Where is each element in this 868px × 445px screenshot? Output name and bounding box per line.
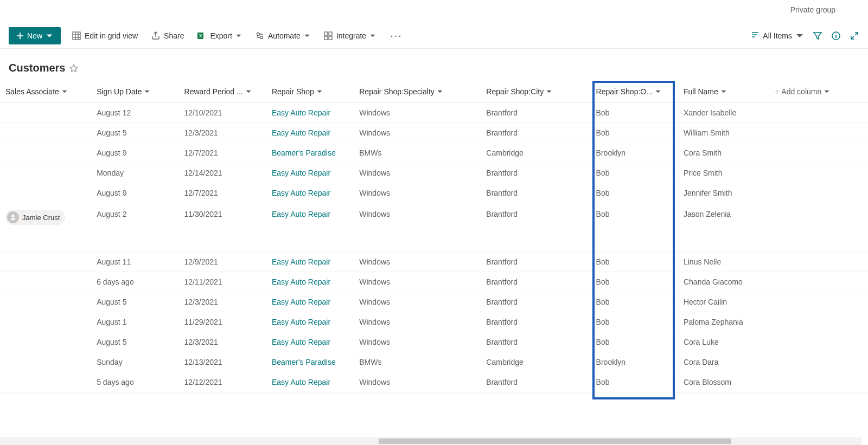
cell-specialty[interactable]: Windows xyxy=(354,103,481,123)
column-header-rewardPeriod[interactable]: Reward Period ... xyxy=(179,81,266,103)
cell-signUpDate[interactable]: August 12 xyxy=(91,103,178,123)
cell-city[interactable]: Brantford xyxy=(481,372,590,392)
cell-city[interactable]: Brantford xyxy=(481,123,590,143)
cell-rewardPeriod[interactable]: 12/9/2021 xyxy=(179,252,266,272)
cell-fullName[interactable]: Price Smith xyxy=(678,163,769,183)
cell-specialty[interactable]: Windows xyxy=(354,372,481,392)
cell-repairShop[interactable]: Easy Auto Repair xyxy=(266,292,354,312)
cell-specialty[interactable]: Windows xyxy=(354,272,481,292)
table-row[interactable]: August 512/3/2021Easy Auto RepairWindows… xyxy=(0,123,868,143)
cell-repairShop[interactable]: Easy Auto Repair xyxy=(266,372,354,392)
cell-fullName[interactable]: Cora Blossom xyxy=(678,372,769,392)
repair-shop-link[interactable]: Beamer's Paradise xyxy=(272,149,336,157)
cell-specialty[interactable]: Windows xyxy=(354,123,481,143)
edit-grid-button[interactable]: Edit in grid view xyxy=(69,29,140,43)
cell-owner[interactable]: Bob xyxy=(591,332,678,352)
table-row[interactable]: Sunday12/13/2021Beamer's ParadiseBMWsCam… xyxy=(0,352,868,372)
horizontal-scrollbar-thumb[interactable] xyxy=(379,438,731,444)
cell-signUpDate[interactable]: 6 days ago xyxy=(91,272,178,292)
repair-shop-link[interactable]: Easy Auto Repair xyxy=(272,318,330,326)
table-row[interactable]: August 512/3/2021Easy Auto RepairWindows… xyxy=(0,292,868,312)
cell-salesAssociate[interactable] xyxy=(0,103,91,123)
cell-salesAssociate[interactable] xyxy=(0,312,91,332)
cell-rewardPeriod[interactable]: 11/29/2021 xyxy=(179,312,266,332)
cell-salesAssociate[interactable] xyxy=(0,143,91,163)
cell-owner[interactable]: Bob xyxy=(591,312,678,332)
column-header-salesAssociate[interactable]: Sales Associate xyxy=(0,81,91,103)
cell-rewardPeriod[interactable]: 12/12/2021 xyxy=(179,372,266,392)
cell-rewardPeriod[interactable]: 12/7/2021 xyxy=(179,183,266,203)
cell-fullName[interactable]: Paloma Zephania xyxy=(678,312,769,332)
cell-salesAssociate[interactable] xyxy=(0,352,91,372)
repair-shop-link[interactable]: Easy Auto Repair xyxy=(272,298,330,306)
column-header-city[interactable]: Repair Shop:City xyxy=(481,81,590,103)
cell-repairShop[interactable]: Beamer's Paradise xyxy=(266,143,354,163)
table-row[interactable]: August 912/7/2021Easy Auto RepairWindows… xyxy=(0,183,868,203)
cell-salesAssociate[interactable] xyxy=(0,252,91,272)
cell-repairShop[interactable]: Easy Auto Repair xyxy=(266,123,354,143)
cell-rewardPeriod[interactable]: 12/14/2021 xyxy=(179,163,266,183)
repair-shop-link[interactable]: Beamer's Paradise xyxy=(272,358,336,366)
cell-rewardPeriod[interactable]: 12/3/2021 xyxy=(179,123,266,143)
cell-fullName[interactable]: Cora Dara xyxy=(678,352,769,372)
cell-owner[interactable]: Bob xyxy=(591,252,678,272)
repair-shop-link[interactable]: Easy Auto Repair xyxy=(272,378,330,386)
table-row[interactable]: August 512/3/2021Easy Auto RepairWindows… xyxy=(0,332,868,352)
cell-signUpDate[interactable]: August 5 xyxy=(91,332,178,352)
cell-signUpDate[interactable]: 5 days ago xyxy=(91,372,178,392)
cell-fullName[interactable]: Xander Isabelle xyxy=(678,103,769,123)
cell-city[interactable]: Cambridge xyxy=(481,143,590,163)
table-row[interactable]: Monday12/14/2021Easy Auto RepairWindowsB… xyxy=(0,163,868,183)
cell-signUpDate[interactable]: August 2 xyxy=(91,203,178,252)
cell-city[interactable]: Brantford xyxy=(481,203,590,252)
cell-salesAssociate[interactable] xyxy=(0,123,91,143)
export-button[interactable]: Export xyxy=(195,29,244,43)
cell-repairShop[interactable]: Easy Auto Repair xyxy=(266,163,354,183)
cell-specialty[interactable]: Windows xyxy=(354,312,481,332)
cell-owner[interactable]: Brooklyn xyxy=(591,143,678,163)
cell-specialty[interactable]: Windows xyxy=(354,292,481,312)
cell-signUpDate[interactable]: August 5 xyxy=(91,292,178,312)
repair-shop-link[interactable]: Easy Auto Repair xyxy=(272,278,330,286)
cell-specialty[interactable]: Windows xyxy=(354,252,481,272)
table-row[interactable]: 6 days ago12/11/2021Easy Auto RepairWind… xyxy=(0,272,868,292)
cell-signUpDate[interactable]: Sunday xyxy=(91,352,178,372)
cell-salesAssociate[interactable] xyxy=(0,372,91,392)
repair-shop-link[interactable]: Easy Auto Repair xyxy=(272,128,330,137)
cell-salesAssociate[interactable] xyxy=(0,183,91,203)
column-header-owner[interactable]: Repair Shop:O... xyxy=(591,81,678,103)
add-column-button[interactable]: + Add column xyxy=(769,81,868,103)
cell-fullName[interactable]: Linus Nelle xyxy=(678,252,769,272)
integrate-button[interactable]: Integrate xyxy=(321,29,378,43)
cell-signUpDate[interactable]: August 9 xyxy=(91,143,178,163)
cell-owner[interactable]: Bob xyxy=(591,272,678,292)
cell-owner[interactable]: Bob xyxy=(591,123,678,143)
table-row[interactable]: August 111/29/2021Easy Auto RepairWindow… xyxy=(0,312,868,332)
cell-specialty[interactable]: Windows xyxy=(354,332,481,352)
cell-salesAssociate[interactable]: Jamie Crust xyxy=(0,203,91,252)
cell-salesAssociate[interactable] xyxy=(0,332,91,352)
new-button[interactable]: New xyxy=(9,27,61,44)
table-row[interactable]: 5 days ago12/12/2021Easy Auto RepairWind… xyxy=(0,372,868,392)
cell-signUpDate[interactable]: August 1 xyxy=(91,312,178,332)
cell-fullName[interactable]: Jennifer Smith xyxy=(678,183,769,203)
cell-city[interactable]: Brantford xyxy=(481,332,590,352)
cell-specialty[interactable]: Windows xyxy=(354,163,481,183)
expand-button[interactable] xyxy=(850,31,859,41)
cell-signUpDate[interactable]: August 11 xyxy=(91,252,178,272)
grid-wrapper[interactable]: Sales AssociateSign Up DateReward Period… xyxy=(0,81,868,437)
cell-rewardPeriod[interactable]: 12/3/2021 xyxy=(179,292,266,312)
cell-specialty[interactable]: BMWs xyxy=(354,143,481,163)
repair-shop-link[interactable]: Easy Auto Repair xyxy=(272,189,330,197)
cell-city[interactable]: Brantford xyxy=(481,103,590,123)
table-row[interactable]: August 912/7/2021Beamer's ParadiseBMWsCa… xyxy=(0,143,868,163)
column-header-specialty[interactable]: Repair Shop:Specialty xyxy=(354,81,481,103)
cell-owner[interactable]: Bob xyxy=(591,372,678,392)
table-row[interactable]: August 1212/10/2021Easy Auto RepairWindo… xyxy=(0,103,868,123)
cell-fullName[interactable]: Chanda Giacomo xyxy=(678,272,769,292)
horizontal-scrollbar-track[interactable] xyxy=(0,437,861,445)
cell-repairShop[interactable]: Easy Auto Repair xyxy=(266,252,354,272)
cell-rewardPeriod[interactable]: 12/3/2021 xyxy=(179,332,266,352)
cell-repairShop[interactable]: Easy Auto Repair xyxy=(266,103,354,123)
cell-rewardPeriod[interactable]: 12/11/2021 xyxy=(179,272,266,292)
